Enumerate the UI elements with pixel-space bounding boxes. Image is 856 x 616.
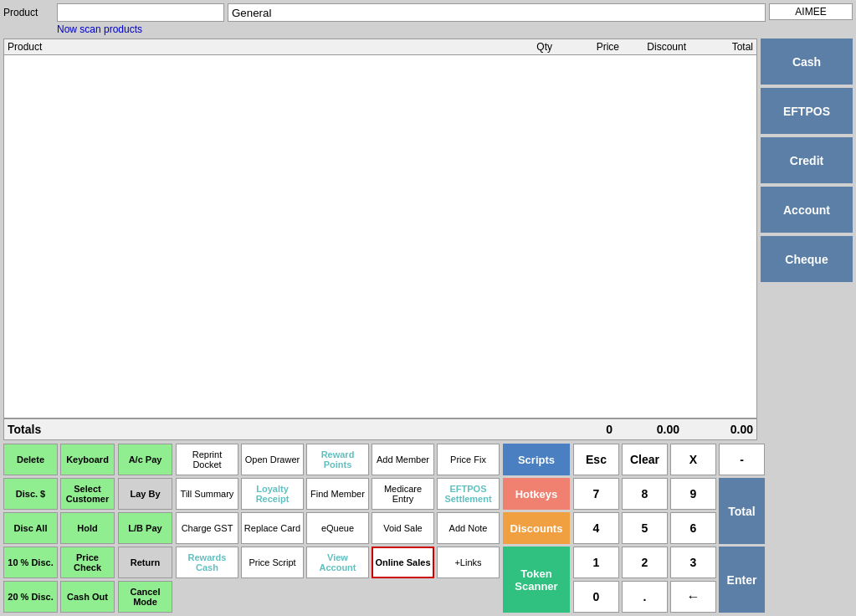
cash-button[interactable]: Cash: [761, 38, 853, 85]
hotkeys-button[interactable]: Hotkeys: [503, 478, 570, 510]
general-input[interactable]: [228, 3, 766, 22]
online-sales-button[interactable]: Online Sales: [372, 547, 434, 578]
x-button[interactable]: X: [670, 444, 716, 475]
hold-button[interactable]: Hold: [60, 512, 115, 544]
replace-card-button[interactable]: Replace Card: [241, 512, 304, 544]
esc-button[interactable]: Esc: [573, 444, 619, 475]
price-fix-button[interactable]: Price Fix: [437, 444, 500, 475]
token-scanner-button[interactable]: Token Scanner: [503, 547, 570, 613]
six-button[interactable]: 6: [670, 512, 716, 544]
add-member-button[interactable]: Add Member: [372, 444, 434, 475]
disc-dollar-button[interactable]: Disc. $: [3, 478, 58, 510]
find-member-button[interactable]: Find Member: [306, 478, 369, 510]
payment-panel: Cash EFTPOS Credit Account Cheque: [761, 38, 853, 440]
eftpos-button[interactable]: EFTPOS: [761, 88, 853, 134]
equeue-button[interactable]: eQueue: [306, 512, 369, 544]
minus-button[interactable]: -: [719, 444, 765, 475]
user-name: AIMEE: [769, 3, 853, 20]
price-check-button[interactable]: Price Check: [60, 547, 115, 578]
20-disc-button[interactable]: 20 % Disc.: [3, 581, 58, 613]
totals-total: 0.00: [686, 423, 753, 436]
col-qty: Qty: [505, 41, 556, 53]
special-buttons: Scripts Hotkeys Discounts Token Scanner: [503, 444, 570, 613]
open-drawer-button[interactable]: Open Drawer: [241, 444, 304, 475]
10-disc-button[interactable]: 10 % Disc.: [3, 547, 58, 578]
loyalty-receipt-button[interactable]: Loyalty Receipt: [241, 478, 304, 510]
col-product: Product: [4, 41, 505, 53]
lay-by-button[interactable]: Lay By: [118, 478, 172, 510]
plus-links-button[interactable]: +Links: [437, 547, 500, 578]
total-button[interactable]: Total: [719, 478, 765, 544]
account-button[interactable]: Account: [761, 187, 853, 233]
five-button[interactable]: 5: [622, 512, 668, 544]
one-button[interactable]: 1: [573, 547, 619, 578]
ac-pay-button[interactable]: A/c Pay: [118, 444, 172, 475]
scan-hint: Now scan products: [57, 23, 142, 35]
eight-button[interactable]: 8: [622, 478, 668, 510]
charge-gst-button[interactable]: Charge GST: [176, 512, 238, 544]
cheque-button[interactable]: Cheque: [761, 236, 853, 282]
discounts-button[interactable]: Discounts: [503, 512, 570, 544]
numpad: Esc Clear X - 7 8 9 Total 4 5 6 1 2 3 En…: [573, 444, 765, 613]
zero-button[interactable]: 0: [573, 581, 619, 613]
select-customer-button[interactable]: Select Customer: [60, 478, 115, 510]
add-note-button[interactable]: Add Note: [437, 512, 500, 544]
totals-price: 0.00: [619, 423, 686, 436]
col-price: Price: [556, 41, 623, 53]
totals-label: Totals: [8, 423, 552, 436]
bottom-area: Delete Keyboard Disc. $ Select Customer …: [3, 444, 853, 613]
scripts-button[interactable]: Scripts: [503, 444, 570, 475]
void-sale-button[interactable]: Void Sale: [372, 512, 434, 544]
three-button[interactable]: 3: [670, 547, 716, 578]
totals-row: Totals 0 0.00 0.00: [3, 418, 757, 440]
cash-out-button[interactable]: Cash Out: [60, 581, 115, 613]
product-label: Product: [3, 7, 54, 18]
totals-qty: 0: [552, 423, 619, 436]
nine-button[interactable]: 9: [670, 478, 716, 510]
four-button[interactable]: 4: [573, 512, 619, 544]
table-body: [4, 55, 756, 418]
table-header: Product Qty Price Discount Total: [4, 39, 756, 55]
view-account-button[interactable]: View Account: [306, 547, 369, 578]
seven-button[interactable]: 7: [573, 478, 619, 510]
enter-button[interactable]: Enter: [719, 547, 765, 613]
till-summary-button[interactable]: Till Summary: [176, 478, 238, 510]
return-button[interactable]: Return: [118, 547, 172, 578]
dot-button[interactable]: .: [622, 581, 668, 613]
backspace-button[interactable]: ←: [670, 581, 716, 613]
eftpos-settlement-button[interactable]: EFTPOS Settlement: [437, 478, 500, 510]
delete-button[interactable]: Delete: [3, 444, 58, 475]
clear-button[interactable]: Clear: [622, 444, 668, 475]
view-script-button[interactable]: Price Script: [241, 547, 304, 578]
cancel-mode-button[interactable]: Cancel Mode: [118, 581, 172, 613]
lb-pay-button[interactable]: L/B Pay: [118, 512, 172, 544]
product-input[interactable]: [57, 3, 224, 22]
two-button[interactable]: 2: [622, 547, 668, 578]
disc-all-button[interactable]: Disc All: [3, 512, 58, 544]
credit-button[interactable]: Credit: [761, 137, 853, 183]
col-total: Total: [689, 41, 756, 53]
col-discount: Discount: [623, 41, 689, 53]
reward-points-button[interactable]: Reward Points: [306, 444, 369, 475]
keyboard-button[interactable]: Keyboard: [60, 444, 115, 475]
medicare-entry-button[interactable]: Medicare Entry: [372, 478, 434, 510]
reprint-docket-button[interactable]: Reprint Docket: [176, 444, 238, 475]
rewards-cash-button[interactable]: Rewards Cash: [176, 547, 238, 578]
